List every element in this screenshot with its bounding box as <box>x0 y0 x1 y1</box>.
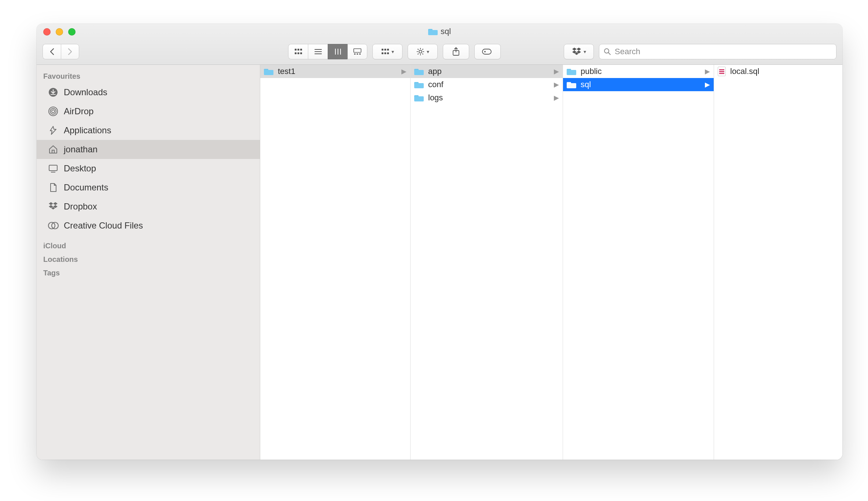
share-button[interactable] <box>443 44 469 59</box>
svg-line-40 <box>608 53 610 55</box>
sidebar-item-applications[interactable]: Applications <box>37 121 260 140</box>
folder-icon <box>567 81 576 88</box>
sidebar-item-documents[interactable]: Documents <box>37 178 260 197</box>
svg-rect-18 <box>387 49 389 51</box>
folder-icon <box>414 94 424 101</box>
edit-tags-button[interactable] <box>474 44 501 59</box>
svg-marker-35 <box>577 48 581 51</box>
svg-rect-20 <box>384 52 386 54</box>
column-2[interactable]: public ▶ sql ▶ <box>563 65 714 460</box>
list-item[interactable]: test1 ▶ <box>260 65 410 78</box>
dropbox-icon <box>572 48 581 56</box>
view-columns-button[interactable] <box>328 44 347 59</box>
list-item[interactable]: sql ▶ <box>563 78 714 91</box>
svg-line-27 <box>418 49 418 50</box>
svg-point-39 <box>604 49 609 53</box>
folder-icon <box>414 68 424 75</box>
forward-button[interactable] <box>61 44 79 59</box>
actions-menu-button[interactable]: ▾ <box>408 44 438 59</box>
finder-window: sql <box>37 24 842 460</box>
svg-rect-17 <box>384 49 386 51</box>
sidebar-item-downloads[interactable]: Downloads <box>37 83 260 102</box>
list-item[interactable]: app ▶ <box>411 65 563 78</box>
sidebar-item-label: AirDrop <box>64 106 93 116</box>
sidebar-header-icloud: iCloud <box>37 239 260 252</box>
folder-icon <box>428 28 438 35</box>
svg-line-29 <box>422 49 423 50</box>
back-button[interactable] <box>43 44 61 59</box>
list-item[interactable]: public ▶ <box>563 65 714 78</box>
svg-point-44 <box>50 108 56 114</box>
creative-cloud-icon <box>48 220 59 231</box>
sidebar-header-tags: Tags <box>37 266 260 279</box>
chevron-right-icon: ▶ <box>705 81 710 89</box>
search-wrap: Search <box>599 44 836 59</box>
gear-icon <box>416 48 424 56</box>
list-item[interactable]: logs ▶ <box>411 91 563 104</box>
chevron-down-icon: ▾ <box>391 49 394 55</box>
sidebar-item-creative-cloud[interactable]: Creative Cloud Files <box>37 216 260 235</box>
svg-rect-32 <box>482 49 491 54</box>
view-list-button[interactable] <box>308 44 328 59</box>
folder-icon <box>264 68 273 75</box>
svg-rect-46 <box>52 150 54 153</box>
svg-line-30 <box>418 54 418 55</box>
download-icon <box>48 87 59 98</box>
dropbox-menu-button[interactable]: ▾ <box>564 44 594 59</box>
titlebar-top: sql <box>37 24 842 39</box>
view-gallery-button[interactable] <box>347 44 367 59</box>
folder-icon <box>414 81 424 88</box>
item-name: public <box>581 67 602 76</box>
svg-rect-13 <box>354 53 356 55</box>
list-item[interactable]: conf ▶ <box>411 78 563 91</box>
item-name: sql <box>581 80 591 89</box>
column-0[interactable]: test1 ▶ <box>260 65 411 460</box>
svg-marker-50 <box>53 202 58 205</box>
svg-rect-47 <box>49 165 57 171</box>
airdrop-icon <box>48 106 59 117</box>
item-name: test1 <box>278 67 295 76</box>
view-icons-button[interactable] <box>288 44 308 59</box>
svg-point-33 <box>484 51 486 52</box>
search-icon <box>604 48 611 55</box>
sidebar: Favourites Downloads AirDrop Application… <box>37 65 260 460</box>
titlebar: sql <box>37 24 842 65</box>
svg-rect-21 <box>387 52 389 54</box>
sidebar-item-home[interactable]: jonathan <box>37 140 260 159</box>
item-name: app <box>428 67 442 76</box>
nav-group <box>43 44 79 59</box>
documents-icon <box>48 182 59 193</box>
sidebar-item-label: Creative Cloud Files <box>64 220 143 231</box>
share-icon <box>452 47 460 56</box>
sidebar-item-label: Downloads <box>64 87 107 97</box>
columns-view: test1 ▶ app ▶ conf ▶ logs ▶ <box>260 65 842 460</box>
toolbar: ▾ ▾ ▾ Search <box>37 39 842 64</box>
svg-rect-2 <box>300 49 302 51</box>
window-body: Favourites Downloads AirDrop Application… <box>37 65 842 460</box>
sidebar-item-desktop[interactable]: Desktop <box>37 159 260 178</box>
svg-marker-34 <box>572 48 577 51</box>
chevron-right-icon: ▶ <box>554 81 559 89</box>
arrange-button[interactable]: ▾ <box>372 44 402 59</box>
list-item[interactable]: local.sql <box>714 65 842 78</box>
chevron-right-icon: ▶ <box>705 67 710 75</box>
svg-rect-4 <box>297 52 299 54</box>
grid-icon <box>381 48 389 55</box>
sql-file-icon <box>718 67 726 76</box>
sidebar-item-airdrop[interactable]: AirDrop <box>37 102 260 121</box>
column-3[interactable]: local.sql <box>714 65 842 460</box>
svg-rect-19 <box>382 52 383 54</box>
svg-point-43 <box>52 110 55 113</box>
svg-rect-0 <box>295 49 297 51</box>
chevron-right-icon: ▶ <box>401 67 407 75</box>
chevron-right-icon: ▶ <box>554 94 559 102</box>
chevron-right-icon: ▶ <box>554 67 559 75</box>
column-1[interactable]: app ▶ conf ▶ logs ▶ <box>411 65 563 460</box>
dropbox-icon <box>48 201 59 212</box>
sidebar-item-dropbox[interactable]: Dropbox <box>37 197 260 216</box>
item-name: local.sql <box>730 67 759 76</box>
applications-icon <box>48 125 59 136</box>
svg-point-22 <box>419 50 422 53</box>
search-input[interactable]: Search <box>599 44 836 59</box>
svg-rect-16 <box>382 49 383 51</box>
